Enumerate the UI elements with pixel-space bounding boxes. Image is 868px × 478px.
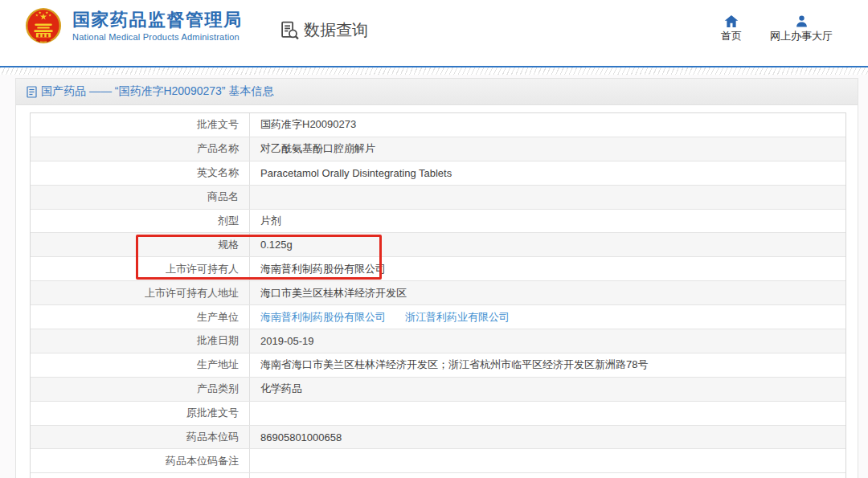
row-value [250,473,845,478]
row-value: 对乙酰氨基酚口腔崩解片 [250,137,845,161]
row-label: 批准文号 [31,113,250,137]
site-header: 国家药品监督管理局 National Medical Products Admi… [0,0,868,66]
national-emblem-icon [25,7,62,44]
row-value: 海口市美兰区桂林洋经济开发区 [250,281,845,304]
table-row: 规格0.125g [31,233,845,257]
row-value: 片剂 [250,210,845,233]
row-label: 原批准文号 [31,402,250,425]
nmpa-emblem-logo[interactable] [25,7,62,44]
row-label: 英文名称 [31,161,250,185]
nav-service-hall[interactable]: 网上办事大厅 [768,14,835,43]
row-value: 化学药品 [250,378,845,401]
row-label: 规格 [31,233,250,256]
brand-text: 国家药品监督管理局 National Medical Products Admi… [72,10,243,42]
row-value: Paracetamol Orally Disintegrating Tablet… [250,161,845,185]
row-value: 86905801000658 [250,426,845,449]
row-value: 海南普利制药股份有限公司浙江普利药业有限公司 [250,305,845,329]
row-value: 国药准字H20090273 [250,113,845,137]
row-label: 生产地址 [31,353,250,377]
row-label: 商品名 [31,186,250,209]
nav-service-hall-label: 网上办事大厅 [770,30,833,42]
row-label: 药品本位码 [31,426,250,449]
row-label [31,473,250,478]
data-query-section: 数据查询 [280,19,368,41]
row-label: 产品名称 [31,137,250,161]
table-row: 上市许可持有人海南普利制药股份有限公司 [31,257,845,281]
table-row: 生产地址海南省海口市美兰区桂林洋经济开发区；浙江省杭州市临平区经济开发区新洲路7… [31,353,845,378]
row-value: 海南普利制药股份有限公司 [250,257,845,280]
table-row: 产品类别化学药品 [31,378,845,402]
table-row: 药品本位码86905801000658 [31,426,845,450]
user-icon [768,14,835,28]
row-label: 上市许可持有人地址 [31,281,250,304]
brand-subtitle: National Medical Products Administration [72,32,243,42]
document-icon [27,86,37,98]
row-value [250,449,845,472]
brand-title: 国家药品监督管理局 [72,10,243,30]
row-value: 2019-05-19 [250,329,845,353]
row-value: 海南省海口市美兰区桂林洋经济开发区；浙江省杭州市临平区经济开发区新洲路78号 [250,353,845,377]
table-row: 英文名称Paracetamol Orally Disintegrating Ta… [31,161,845,186]
nav-home[interactable]: 首页 [711,14,751,43]
table-row: 批准日期2019-05-19 [31,329,845,353]
panel-title-bar: 国产药品 —— “国药准字H20090273” 基本信息 [16,79,858,105]
row-label: 批准日期 [31,329,250,353]
row-label: 药品本位码备注 [31,449,250,472]
data-query-label: 数据查询 [304,19,368,41]
home-icon [711,14,751,28]
row-value: 0.125g [250,233,845,256]
table-row: 产品名称对乙酰氨基酚口腔崩解片 [31,137,845,161]
table-row: 剂型片剂 [31,210,845,234]
panel-title: 国产药品 —— “国药准字H20090273” 基本信息 [41,84,273,99]
manufacturer-link[interactable]: 浙江普利药业有限公司 [405,310,510,325]
nav-home-label: 首页 [721,30,742,42]
info-table: 批准文号国药准字H20090273产品名称对乙酰氨基酚口腔崩解片英文名称Para… [30,112,846,478]
table-row: 上市许可持有人地址海口市美兰区桂林洋经济开发区 [31,281,845,305]
row-label: 上市许可持有人 [31,257,250,280]
row-label: 生产单位 [31,305,250,329]
info-panel: 国产药品 —— “国药准字H20090273” 基本信息 批准文号国药准字H20… [15,78,858,478]
hatch-band [0,67,868,75]
document-search-icon [280,20,300,40]
row-value [250,186,845,209]
table-row-partial [31,473,845,478]
manufacturer-link[interactable]: 海南普利制药股份有限公司 [260,310,386,325]
row-label: 产品类别 [31,378,250,401]
row-value [250,402,845,425]
table-row: 商品名 [31,186,845,210]
table-row: 批准文号国药准字H20090273 [31,113,845,137]
table-row: 原批准文号 [31,402,845,426]
table-row: 药品本位码备注 [31,449,845,473]
table-row: 生产单位海南普利制药股份有限公司浙江普利药业有限公司 [31,305,845,329]
row-label: 剂型 [31,210,250,233]
